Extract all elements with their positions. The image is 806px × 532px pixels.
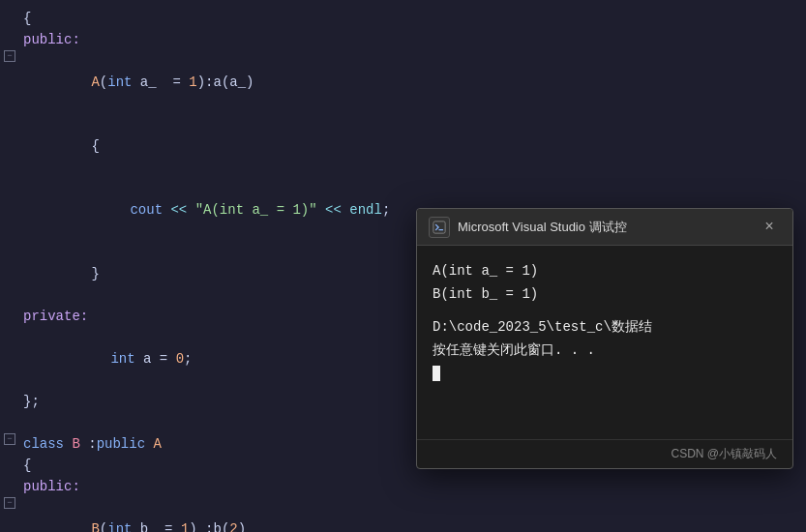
code-content: {: [19, 8, 806, 29]
terminal-output-line2: B(int b_ = 1): [433, 282, 777, 306]
terminal-cursor-line: [433, 362, 777, 385]
code-line: − B(int b_ = 1) :b(2): [0, 497, 806, 532]
fold-box[interactable]: −: [4, 497, 15, 509]
code-content: {: [19, 114, 806, 178]
terminal-output-line1: A(int a_ = 1): [433, 259, 777, 282]
terminal-prompt: 按任意键关闭此窗口. . .: [433, 339, 777, 362]
terminal-footer: CSDN @小镇敲码人: [417, 439, 792, 468]
code-line: public:: [0, 29, 806, 50]
code-content: public:: [19, 476, 806, 497]
terminal-icon: [429, 217, 450, 238]
terminal-popup: Microsoft Visual Studio 调试控 × A(int a_ =…: [416, 208, 793, 469]
terminal-body: A(int a_ = 1) B(int b_ = 1) D:\code_2023…: [417, 246, 792, 439]
fold-gutter[interactable]: −: [0, 433, 19, 445]
fold-box[interactable]: −: [4, 50, 15, 62]
code-line: public:: [0, 476, 806, 497]
fold-gutter[interactable]: −: [0, 50, 19, 62]
code-line: − A(int a_ = 1):a(a_): [0, 50, 806, 114]
code-line: {: [0, 114, 806, 178]
terminal-path: D:\code_2023_5\test_c\数据结: [433, 315, 777, 339]
terminal-cursor: [433, 366, 440, 381]
code-line: {: [0, 8, 806, 29]
watermark-text: CSDN @小镇敲码人: [671, 447, 777, 460]
fold-gutter[interactable]: −: [0, 497, 19, 509]
terminal-close-button[interactable]: ×: [758, 216, 781, 239]
terminal-titlebar: Microsoft Visual Studio 调试控 ×: [417, 209, 792, 246]
code-content: B(int b_ = 1) :b(2): [19, 497, 806, 532]
fold-box[interactable]: −: [4, 433, 15, 445]
code-content: public:: [19, 29, 806, 50]
terminal-title: Microsoft Visual Studio 调试控: [458, 219, 758, 236]
code-content: A(int a_ = 1):a(a_): [19, 50, 806, 114]
